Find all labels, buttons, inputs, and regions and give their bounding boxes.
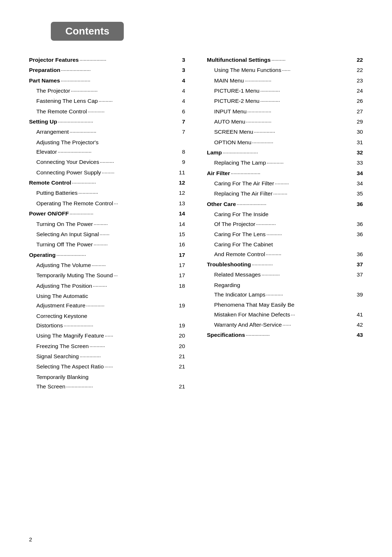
entry-dots: ····················· (237, 200, 355, 209)
entry-label: Turning On The Power (36, 219, 93, 229)
entry-continuation: Distortions (36, 321, 63, 330)
toc-entry: Using The Menu Functions······22 (207, 65, 363, 75)
entry-label: Signal Searching (36, 352, 79, 361)
entry-continuation: And Remote Control (214, 250, 265, 259)
entry-number: 36 (356, 250, 363, 259)
entry-number: 30 (356, 127, 363, 137)
toc-entry: Temporarily BlankingThe Screen··········… (29, 372, 185, 392)
entry-dots: ··················· (70, 128, 177, 137)
entry-number: 22 (356, 65, 363, 75)
entry-dots: ·········· (275, 179, 355, 188)
entry-label: Caring For The Inside (214, 210, 269, 219)
entry-dots: ············ (267, 159, 355, 167)
entry-dots: ··· (114, 271, 177, 280)
toc-entry: Fastening The Lens Cap··········4 (29, 96, 185, 106)
entry-number: 24 (356, 86, 363, 96)
toc-entry: Correcting KeystoneDistortions··········… (29, 311, 185, 331)
toc-entry: Selecting An Input Signal·······15 (29, 230, 185, 239)
entry-dots: ··············· (254, 128, 355, 137)
entry-dots: ··· (291, 311, 355, 319)
entry-label: Selecting The Aspect Ratio (36, 362, 104, 371)
left-column: Projector Features···················3Pr… (29, 55, 185, 392)
entry-number: 21 (178, 362, 185, 371)
entry-number: 31 (356, 138, 363, 147)
entry-dots: ············· (86, 302, 177, 310)
toc-entry: PICTURE-2 Menu··············26 (207, 96, 363, 106)
toc-entry: Related Messages·············37 (207, 270, 363, 279)
entry-label: The Projector (36, 86, 70, 96)
toc-entry: Lamp·························32 (207, 148, 363, 157)
entry-continuation: Adjustment Feature (36, 301, 85, 310)
entry-label: Power ON/OFF (29, 209, 69, 218)
entry-dots: ············ (266, 291, 355, 299)
toc-entry: Connecting Power Supply·········11 (29, 168, 185, 177)
toc-entry: Multifunctional Settings··········22 (207, 55, 363, 65)
entry-dots: ·········· (94, 220, 177, 229)
entry-number: 34 (356, 169, 363, 178)
toc-entry: Turning Off The Power··········16 (29, 240, 185, 249)
entry-label: Phenomena That May Easily Be (214, 300, 294, 310)
entry-number: 43 (356, 330, 363, 340)
entry-number: 14 (178, 219, 185, 229)
entry-label: Correcting Keystone (36, 311, 87, 321)
entry-label: Temporarily Muting The Sound (36, 271, 113, 280)
toc-entry: MAIN Menu···················23 (207, 76, 363, 85)
entry-label: Troubleshooting (207, 260, 251, 269)
entry-label: Operating (29, 250, 56, 260)
toc-entry: Replacing The Lamp············33 (207, 158, 363, 167)
entry-label: Projector Features (29, 55, 79, 65)
entry-label: MAIN Menu (214, 76, 244, 85)
entry-number: 8 (178, 147, 185, 157)
toc-entry: INPUT Menu·················27 (207, 107, 363, 116)
entry-dots: ·········· (93, 282, 177, 291)
entry-dots: ····················· (56, 251, 177, 260)
entry-number: 4 (178, 96, 185, 106)
entry-label: Selecting An Input Signal (36, 230, 99, 239)
entry-label: Part Names (29, 76, 60, 85)
entry-number: 32 (356, 148, 363, 157)
right-column: Multifunctional Settings··········22Usin… (207, 55, 363, 392)
entry-dots: ·············· (260, 97, 355, 106)
entry-number: 36 (356, 230, 363, 239)
entry-number: 23 (356, 76, 363, 85)
entry-number: 41 (356, 310, 363, 319)
entry-label: Temporarily Blanking (36, 372, 89, 382)
entry-number: 18 (178, 281, 185, 291)
toc-entry: Freezing The Screen···········20 (29, 342, 185, 351)
entry-dots: ·········· (271, 56, 355, 65)
entry-label: Caring For The Cabinet (214, 240, 273, 249)
toc-entry: Caring For The Lens···········36 (207, 230, 363, 239)
entry-number: 4 (178, 76, 185, 85)
entry-label: Warranty And After-Service (214, 320, 282, 330)
entry-label: Using The Automatic (36, 291, 88, 301)
entry-label: OPTION Menu (214, 138, 252, 147)
entry-dots: ··· (114, 199, 177, 208)
entry-number: 4 (178, 86, 185, 96)
entry-label: Turning Off The Power (36, 240, 93, 249)
entry-dots: ·············· (78, 189, 177, 198)
toc-entry: OPTION Menu···············31 (207, 138, 363, 147)
entry-dots: ······· (99, 230, 177, 239)
toc-entry: AUTO Menu··················29 (207, 117, 363, 126)
toc-entry: Preparation·····················3 (29, 65, 185, 75)
entry-number: 14 (178, 209, 185, 218)
entry-dots: ··················· (245, 77, 355, 85)
entry-label: The Remote Control (36, 107, 87, 116)
entry-dots: ······ (282, 321, 355, 330)
entry-dots: ··········· (89, 342, 177, 351)
entry-dots: ················· (72, 179, 177, 187)
entry-label: Preparation (29, 65, 60, 75)
entry-dots: ························ (58, 148, 177, 157)
entry-dots: ····················· (231, 169, 355, 178)
entry-dots: ····················· (61, 66, 177, 75)
toc-entry: Temporarily Muting The Sound···17 (29, 271, 185, 280)
entry-number: 39 (356, 290, 363, 299)
entry-label: INPUT Menu (214, 107, 246, 116)
entry-dots: ······ (282, 66, 355, 75)
entry-dots: ·········· (92, 261, 177, 270)
entry-continuation: Elevator (36, 147, 57, 157)
entry-label: Using The Menu Functions (214, 65, 281, 75)
toc-entry: Remote Control·················12 (29, 178, 185, 187)
entry-label: Adjusting The Volume (36, 261, 91, 270)
entry-number: 12 (178, 188, 185, 198)
